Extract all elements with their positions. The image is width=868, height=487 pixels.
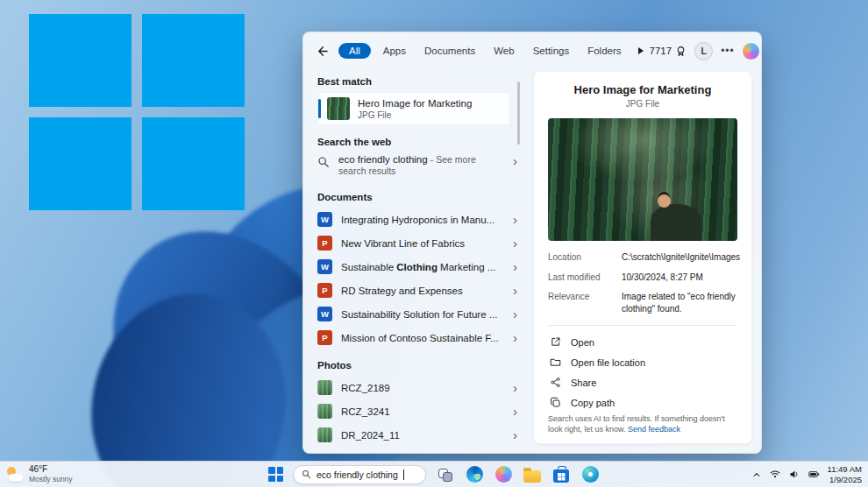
photos-logo	[582, 466, 599, 483]
task-view-icon[interactable]	[436, 465, 455, 484]
web-search-result[interactable]: eco friendly clothing - See more search …	[317, 152, 517, 180]
volume-icon[interactable]	[788, 469, 800, 480]
detail-row: Last modified 10/30/2024, 8:27 PM	[548, 272, 737, 284]
tab-folders[interactable]: Folders	[581, 43, 627, 59]
detail-label: Relevance	[548, 291, 615, 314]
search-flyout: All Apps Documents Web Settings Folders …	[302, 32, 762, 454]
account-avatar[interactable]: L	[694, 42, 713, 60]
edge-icon[interactable]	[465, 465, 484, 484]
document-result[interactable]: W Integrating Hydroponics in Manu... ›	[317, 208, 517, 231]
copilot-icon[interactable]	[743, 43, 759, 60]
tab-apps[interactable]: Apps	[377, 43, 412, 59]
rewards-medal-icon	[675, 46, 687, 57]
windows-wallpaper-logo	[29, 14, 245, 210]
clock-date: 1/9/2025	[828, 475, 862, 485]
chevron-right-icon[interactable]: ›	[513, 331, 517, 344]
detail-label: Location	[548, 251, 615, 264]
copilot-taskbar-icon[interactable]	[494, 465, 513, 484]
weather-icon	[6, 467, 24, 483]
scrollbar[interactable]	[517, 81, 520, 145]
document-result[interactable]: P RD Strategy and Expenses ›	[317, 279, 517, 302]
section-header-documents: Documents	[317, 192, 524, 202]
action-open[interactable]: Open	[548, 332, 737, 352]
word-icon: W	[317, 259, 332, 274]
result-title: Sustainability Solution for Future ...	[341, 309, 497, 320]
search-input-value: eco friendly clothing	[317, 469, 398, 480]
chevron-right-icon[interactable]: ›	[513, 213, 517, 226]
action-copy-path[interactable]: Copy path	[548, 392, 737, 413]
taskbar-center: eco friendly clothing	[268, 465, 600, 484]
chevron-right-icon[interactable]: ›	[513, 154, 517, 167]
task-view-pane	[443, 472, 452, 482]
photo-result[interactable]: DR_2024_11 ›	[317, 423, 517, 447]
photo-result[interactable]: RCZ_2189 ›	[317, 376, 517, 399]
tab-all[interactable]: All	[338, 43, 371, 59]
folder-glyph	[523, 470, 541, 483]
file-details: Location C:\scratch\Ignite\Ignite\Images…	[548, 251, 737, 322]
edge-logo	[466, 466, 483, 483]
rewards-button[interactable]: 7717	[650, 46, 687, 57]
result-title: RCZ_3241	[341, 406, 390, 417]
taskbar: 46°F Mostly sunny eco friendly clothing	[0, 461, 868, 487]
tab-documents[interactable]: Documents	[418, 43, 481, 59]
microsoft-store-icon[interactable]	[551, 465, 571, 484]
ai-disclaimer: Search uses AI to find results. If somet…	[548, 413, 737, 435]
results-column: Best match Hero Image for Marketing JPG …	[303, 69, 524, 453]
logo-square	[29, 117, 132, 210]
web-query-line2: search results	[338, 166, 476, 176]
show-hidden-icons-chevron[interactable]	[751, 469, 762, 480]
chevron-right-icon[interactable]: ›	[513, 307, 517, 321]
chevron-right-icon[interactable]: ›	[513, 428, 517, 441]
detail-row: Relevance Image related to "eco friendly…	[548, 291, 737, 314]
more-options-icon[interactable]: •••	[721, 45, 735, 57]
chevron-right-icon[interactable]: ›	[513, 284, 517, 297]
wifi-icon[interactable]	[769, 469, 781, 480]
see-more-label: - See more	[430, 154, 476, 165]
battery-icon[interactable]	[808, 469, 821, 480]
result-subtitle: JPG File	[358, 110, 472, 120]
web-query: eco friendly clothing	[338, 154, 428, 165]
document-result[interactable]: W Sustainability Solution for Future ...…	[317, 302, 517, 326]
photo-thumbnail-icon	[317, 427, 332, 442]
document-result[interactable]: W Sustainable Clothing Marketing ... ›	[317, 255, 517, 279]
taskbar-search-input[interactable]: eco friendly clothing	[293, 465, 426, 484]
action-share[interactable]: Share	[548, 372, 737, 392]
result-title: RCZ_2189	[341, 383, 390, 393]
cloud-icon	[9, 474, 23, 482]
action-open-file-location[interactable]: Open file location	[548, 352, 737, 372]
word-icon: W	[317, 212, 332, 227]
section-header-photos: Photos	[317, 360, 524, 371]
preview-subtitle: JPG File	[548, 99, 737, 109]
open-icon	[550, 336, 561, 348]
document-result[interactable]: P New Vibrant Line of Fabrics ›	[317, 231, 517, 255]
file-explorer-icon[interactable]	[523, 465, 542, 484]
taskbar-clock[interactable]: 11:49 AM 1/9/2025	[828, 464, 862, 485]
result-title: Hero Image for Marketing	[358, 97, 472, 109]
photo-thumbnail-icon	[317, 380, 332, 395]
desktop-background: All Apps Documents Web Settings Folders …	[0, 0, 868, 487]
chevron-right-icon[interactable]: ›	[513, 236, 517, 250]
chevron-right-icon[interactable]: ›	[513, 405, 517, 418]
start-button[interactable]	[268, 467, 283, 482]
store-bag-glyph	[553, 469, 569, 483]
logo-square	[29, 14, 132, 107]
back-icon[interactable]	[316, 45, 329, 58]
result-title: New Vibrant Line of Fabrics	[341, 238, 465, 249]
send-feedback-link[interactable]: Send feedback	[628, 425, 680, 434]
best-match-result[interactable]: Hero Image for Marketing JPG File	[317, 92, 510, 125]
search-topbar: All Apps Documents Web Settings Folders …	[303, 32, 761, 69]
weather-widget[interactable]: 46°F Mostly sunny	[6, 464, 73, 483]
photos-app-icon[interactable]	[580, 465, 600, 484]
section-header-best-match: Best match	[317, 76, 524, 87]
chevron-right-icon[interactable]: ›	[513, 381, 517, 394]
tabs-scroll-more-icon[interactable]	[638, 47, 644, 54]
photo-result[interactable]: RCZ_3241 ›	[317, 399, 517, 423]
start-logo-square	[268, 476, 275, 483]
preview-title: Hero Image for Marketing	[548, 83, 737, 96]
chevron-right-icon[interactable]: ›	[513, 260, 517, 273]
tab-settings[interactable]: Settings	[527, 43, 576, 59]
tab-web[interactable]: Web	[487, 43, 520, 59]
document-result[interactable]: P Mission of Contoso Sustainable F... ›	[317, 326, 517, 349]
weather-temperature: 46°F	[29, 464, 73, 475]
logo-square	[142, 117, 245, 210]
